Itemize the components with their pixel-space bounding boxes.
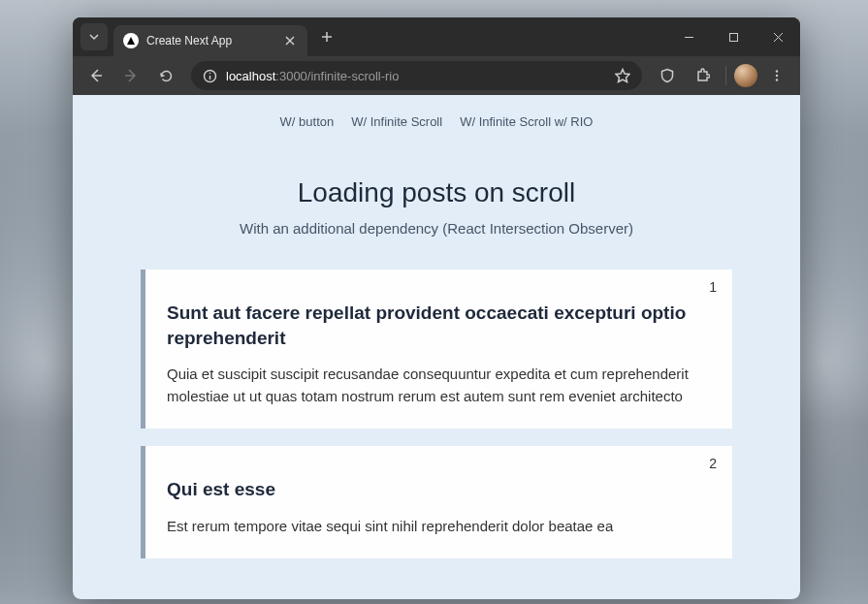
toolbar: localhost:3000/infinite-scroll-rio — [73, 56, 800, 95]
shield-button[interactable] — [652, 60, 683, 91]
nav-link-button[interactable]: W/ button — [280, 114, 335, 129]
profile-avatar[interactable] — [734, 64, 757, 87]
posts-list: 1 Sunt aut facere repellat provident occ… — [73, 270, 800, 558]
nav-link-infinite-scroll-rio[interactable]: W/ Infinite Scroll w/ RIO — [460, 114, 593, 129]
url-text: localhost:3000/infinite-scroll-rio — [226, 69, 605, 83]
svg-point-5 — [776, 79, 778, 80]
svg-point-3 — [776, 70, 778, 72]
forward-button[interactable] — [115, 60, 146, 91]
svg-rect-0 — [729, 33, 737, 41]
url-port: :3000 — [275, 69, 307, 83]
svg-point-2 — [209, 72, 210, 74]
svg-point-4 — [776, 75, 778, 77]
page-subtitle: With an additional dependency (React Int… — [73, 220, 800, 237]
titlebar: Create Next App — [73, 17, 800, 56]
window-controls — [666, 17, 800, 56]
reload-button[interactable] — [150, 60, 181, 91]
reload-icon — [158, 68, 175, 84]
url-host: localhost — [226, 69, 275, 83]
minimize-button[interactable] — [666, 17, 711, 56]
browser-tab[interactable]: Create Next App — [113, 25, 307, 56]
page-content[interactable]: W/ button W/ Infinite Scroll W/ Infinite… — [73, 95, 800, 599]
close-window-button[interactable] — [755, 17, 800, 56]
kebab-icon — [770, 69, 784, 82]
close-icon — [285, 36, 295, 46]
bookmark-button[interactable] — [613, 66, 632, 85]
tab-title: Create Next App — [146, 34, 274, 48]
post-number: 1 — [709, 279, 717, 295]
info-icon — [203, 69, 217, 83]
chevron-down-icon — [88, 31, 100, 43]
favicon — [123, 33, 139, 48]
new-tab-button[interactable] — [313, 23, 340, 50]
nav-links: W/ button W/ Infinite Scroll W/ Infinite… — [73, 114, 800, 129]
post-card: 1 Sunt aut facere repellat provident occ… — [141, 270, 732, 429]
post-body: Est rerum tempore vitae sequi sint nihil… — [167, 516, 711, 538]
puzzle-icon — [694, 68, 710, 83]
tab-close-button[interactable] — [282, 33, 298, 48]
url-path: /infinite-scroll-rio — [307, 69, 400, 83]
extensions-button[interactable] — [687, 60, 718, 91]
arrow-left-icon — [87, 67, 105, 84]
page: W/ button W/ Infinite Scroll W/ Infinite… — [73, 95, 800, 558]
shield-icon — [659, 68, 675, 83]
address-bar[interactable]: localhost:3000/infinite-scroll-rio — [191, 61, 642, 90]
post-body: Quia et suscipit suscipit recusandae con… — [167, 364, 711, 407]
close-icon — [773, 32, 784, 43]
plus-icon — [321, 31, 333, 43]
maximize-icon — [728, 32, 739, 43]
site-info-button[interactable] — [201, 67, 218, 84]
post-number: 2 — [709, 456, 717, 471]
minimize-icon — [684, 32, 694, 43]
tab-search-dropdown[interactable] — [80, 23, 108, 50]
browser-window: Create Next App — [73, 17, 800, 599]
post-title: Sunt aut facere repellat provident occae… — [167, 301, 711, 350]
toolbar-divider — [725, 66, 726, 85]
back-button[interactable] — [80, 60, 112, 91]
menu-button[interactable] — [761, 60, 792, 91]
star-icon — [615, 68, 630, 83]
page-title: Loading posts on scroll — [73, 177, 800, 208]
arrow-right-icon — [122, 67, 140, 84]
maximize-button[interactable] — [711, 17, 755, 56]
post-title: Qui est esse — [167, 477, 711, 502]
post-card: 2 Qui est esse Est rerum tempore vitae s… — [141, 446, 732, 558]
nav-link-infinite-scroll[interactable]: W/ Infinite Scroll — [351, 114, 442, 129]
